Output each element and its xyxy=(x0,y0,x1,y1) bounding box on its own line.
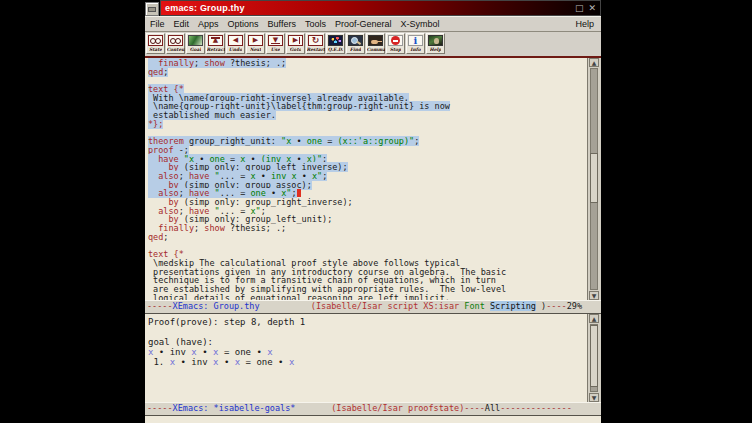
toolbar-button-label: Undo xyxy=(229,47,242,52)
script-buffer[interactable]: finally; show ?thesis; .;qed; text {* Wi… xyxy=(145,58,601,300)
command-icon xyxy=(368,35,383,46)
desktop: { "colors": { "titlebar_red": "#c00000",… xyxy=(0,0,752,423)
toolbar-button-label: Q.E.D. xyxy=(328,47,344,52)
toolbar-button-label: Info xyxy=(410,47,420,52)
buffer-line: qed; xyxy=(148,68,601,77)
scroll-down-arrow-icon[interactable]: ▼ xyxy=(589,393,599,402)
glasses-icon xyxy=(168,35,183,46)
toolbar-command-button[interactable]: Command xyxy=(366,33,385,54)
toolbar-state-button[interactable]: State xyxy=(146,33,165,54)
scroll-down-arrow-icon[interactable]: ▼ xyxy=(589,291,599,300)
glasses-icon xyxy=(148,35,163,46)
toolbar-undo-button[interactable]: Undo xyxy=(226,33,245,54)
menubar: FileEditAppsOptionsBuffersToolsProof-Gen… xyxy=(145,16,601,32)
qed-icon xyxy=(328,35,343,46)
menu-options[interactable]: Options xyxy=(228,19,259,29)
buffer-line xyxy=(148,76,601,85)
scroll-up-arrow-icon[interactable]: ▲ xyxy=(589,314,599,323)
buffer-line xyxy=(148,241,601,250)
buffer-line: finally; show ?thesis; .; xyxy=(148,59,601,68)
toolbar-button-label: Use xyxy=(271,47,280,52)
close-button[interactable]: ✕ xyxy=(588,2,596,14)
help-icon xyxy=(428,35,443,46)
menu-x-symbol[interactable]: X-Symbol xyxy=(400,19,439,29)
goals-scrollbar-thumb[interactable] xyxy=(590,325,598,387)
menu-edit[interactable]: Edit xyxy=(174,19,190,29)
buffer-line: theorem group_right_unit: "x • one = (x:… xyxy=(148,137,601,146)
toolbar-retract-button[interactable]: Retract xyxy=(206,33,225,54)
toolbar: StateContextGoalRetractUndoNextUseGotoRe… xyxy=(145,32,601,56)
toolbar-help-button[interactable]: Help xyxy=(426,33,445,54)
toolbar-info-button[interactable]: Info xyxy=(406,33,425,54)
restart-icon xyxy=(308,35,323,46)
toolbar-button-label: Help xyxy=(430,47,442,52)
buffer-line: x • inv x • x = one • x xyxy=(148,347,601,357)
toolbar-button-label: Command xyxy=(367,47,385,52)
toolbar-q-e-d-button[interactable]: Q.E.D. xyxy=(326,33,345,54)
toolbar-button-label: Goal xyxy=(190,47,201,52)
toolbar-goto-button[interactable]: Goto xyxy=(286,33,305,54)
buffer-line: Proof(prove): step 8, depth 1 xyxy=(148,317,601,327)
goals-modeline: -----XEmacs: *isabelle-goals* (Isabelle/… xyxy=(145,402,601,416)
toolbar-context-button[interactable]: Context xyxy=(166,33,185,54)
minibuffer-echo-area[interactable] xyxy=(145,416,601,423)
toolbar-button-label: Goto xyxy=(290,47,302,52)
buffer-line: finally; show ?thesis; .; xyxy=(148,224,601,233)
titlebar-red-band[interactable]: emacs: Group.thy □ ✕ xyxy=(160,0,601,16)
toolbar-goal-button[interactable]: Goal xyxy=(186,33,205,54)
info-icon xyxy=(408,35,423,46)
toolbar-button-label: Next xyxy=(250,47,262,52)
goals-buffer[interactable]: Proof(prove): step 8, depth 1 goal (have… xyxy=(145,314,601,402)
goals-scrollbar[interactable]: ▲ ▼ xyxy=(587,314,601,402)
xemacs-window: emacs: Group.thy □ ✕ FileEditAppsOptions… xyxy=(145,0,601,423)
buffer-line: logical details of equational reasoning … xyxy=(148,294,601,300)
menu-tools[interactable]: Tools xyxy=(305,19,326,29)
script-buffer-text: finally; show ?thesis; .;qed; text {* Wi… xyxy=(145,58,601,300)
buffer-line: *}; xyxy=(148,120,601,129)
maximize-button[interactable]: □ xyxy=(575,2,584,14)
toolbar-button-label: Context xyxy=(167,47,185,52)
titlebar: emacs: Group.thy □ ✕ xyxy=(145,0,601,16)
find-icon xyxy=(348,35,363,46)
system-menu-icon[interactable] xyxy=(145,2,159,16)
script-scrollbar-thumb[interactable] xyxy=(590,153,598,203)
scroll-up-arrow-icon[interactable]: ▲ xyxy=(589,58,599,67)
goals-buffer-text: Proof(prove): step 8, depth 1 goal (have… xyxy=(145,314,601,367)
undo-icon xyxy=(228,35,243,46)
menu-file[interactable]: File xyxy=(150,19,165,29)
stop-icon xyxy=(388,35,403,46)
menu-apps[interactable]: Apps xyxy=(198,19,219,29)
buffer-line: 1. x • inv x • x = one • x xyxy=(148,357,601,367)
goal-icon xyxy=(188,35,203,46)
menu-proof-general[interactable]: Proof-General xyxy=(335,19,392,29)
next-icon xyxy=(248,35,263,46)
script-scrollbar[interactable]: ▲ ▼ xyxy=(587,58,601,300)
toolbar-stop-button[interactable]: Stop xyxy=(386,33,405,54)
menu-help[interactable]: Help xyxy=(575,19,594,29)
toolbar-button-label: State xyxy=(149,47,162,52)
menu-buffers[interactable]: Buffers xyxy=(268,19,296,29)
buffer-line: established much easier. xyxy=(148,111,601,120)
script-modeline: -----XEmacs: Group.thy (Isabelle/Isar sc… xyxy=(145,300,601,314)
buffer-line: goal (have): xyxy=(148,337,601,347)
toolbar-use-button[interactable]: Use xyxy=(266,33,285,54)
buffer-line xyxy=(148,327,601,337)
toolbar-restart-button[interactable]: Restart xyxy=(306,33,325,54)
toolbar-next-button[interactable]: Next xyxy=(246,33,265,54)
use-icon xyxy=(268,35,283,46)
toolbar-button-label: Restart xyxy=(307,47,325,52)
goto-icon xyxy=(288,35,303,46)
retract-icon xyxy=(208,35,223,46)
toolbar-button-label: Stop xyxy=(390,47,401,52)
toolbar-button-label: Retract xyxy=(207,47,225,52)
toolbar-button-label: Find xyxy=(350,47,361,52)
buffer-line: qed; xyxy=(148,233,601,242)
toolbar-find-button[interactable]: Find xyxy=(346,33,365,54)
window-title: emacs: Group.thy xyxy=(165,3,245,13)
